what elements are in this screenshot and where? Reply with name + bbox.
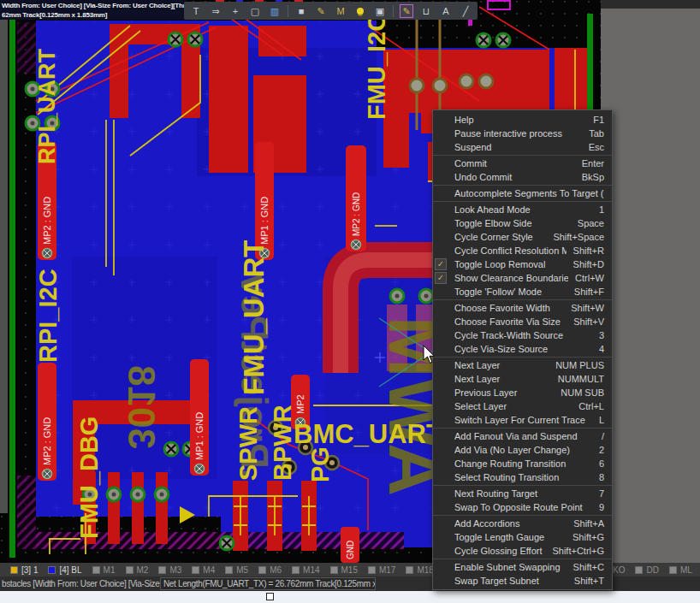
layer-color-swatch (368, 566, 376, 574)
svg-text:MP1 : GND: MP1 : GND (259, 197, 270, 245)
svg-text:MP2 : GND: MP2 : GND (42, 197, 52, 245)
menu-item-add-via-no-layer-change[interactable]: Add Via (No Layer Change)2 (433, 443, 612, 457)
layer-color-swatch (126, 566, 133, 574)
measure-icon[interactable]: M (334, 4, 347, 18)
layer-tab-m5[interactable]: M5 (225, 565, 248, 575)
menu-separator (433, 201, 612, 202)
menu-item-show-clearance-boundaries[interactable]: ✓Show Clearance BoundariesCtrl+W (433, 271, 612, 285)
menu-item-swap-target-subnet[interactable]: Swap Target SubnetShift+T (433, 574, 612, 588)
svg-text:GND: GND (346, 541, 355, 559)
page-checkbox[interactable] (266, 593, 274, 600)
menu-item-select-routing-transition[interactable]: Select Routing Transition8 (433, 470, 612, 484)
menu-item-cycle-conflict-resolution-mode[interactable]: Cycle Conflict Resolution ModeShift+R (433, 244, 612, 257)
menu-item-next-routing-target[interactable]: Next Routing Target7 (433, 487, 612, 500)
layer-tab-bottom[interactable]: [4] BL (48, 565, 81, 575)
menu-item-select-layer[interactable]: Select LayerCtrl+L (433, 399, 612, 413)
menu-item-look-ahead-mode[interactable]: Look Ahead Mode1 (433, 203, 612, 216)
route-arrow-icon[interactable]: ⇒ (209, 4, 222, 18)
menu-item-help[interactable]: HelpF1 (433, 113, 612, 127)
menu-separator (433, 155, 612, 156)
menu-item-pause-interactive-process[interactable]: Pause interactive processTab (433, 127, 612, 140)
layer-tab-m3[interactable]: M3 (158, 565, 181, 575)
menu-item-toggle-length-gauge[interactable]: Toggle Length GaugeShift+G (433, 530, 612, 544)
menu-item-switch-layer-for-current-trace[interactable]: Switch Layer For Current TraceL (433, 413, 612, 427)
menu-item-add-fanout-via-and-suspend[interactable]: Add Fanout Via and Suspend/ (433, 429, 612, 443)
menu-item-next-layer-plus[interactable]: Next LayerNUM PLUS (433, 358, 612, 372)
status-routing-modes: bstacles [Width From: User Choice] [Via-… (0, 579, 160, 588)
menu-item-cycle-corner-style[interactable]: Cycle Corner StyleShift+Space (433, 230, 612, 244)
layer-tab-m6[interactable]: M6 (258, 565, 282, 575)
status-net-length: Net Length(FMU_UART_TX) = 26.762mm Track… (160, 577, 376, 590)
menu-item-autocomplete-segments[interactable]: Autocomplete Segments To Target (Ctrl+Cl… (433, 186, 612, 200)
layer-color-swatch (635, 566, 643, 574)
menu-item-next-layer-mult[interactable]: Next LayerNUMMULT (433, 372, 612, 386)
layer-tab-m18[interactable]: M18 (406, 565, 433, 575)
dimension-icon[interactable]: ⊔ (419, 4, 433, 18)
pad-icon[interactable]: ■ (294, 4, 308, 18)
menu-item-choose-favorite-width[interactable]: Choose Favorite WidthShift+W (433, 301, 612, 315)
layer-color-swatch (292, 566, 300, 574)
menu-item-cycle-via-size-source[interactable]: Cycle Via-Size Source4 (433, 342, 612, 356)
layer-tab-m4[interactable]: M4 (192, 565, 215, 575)
draw-trace-icon[interactable]: ✎ (314, 4, 328, 18)
menu-item-previous-layer[interactable]: Previous LayerNUM SUB (433, 386, 612, 399)
line-icon[interactable]: ╱ (459, 4, 472, 18)
highlight-bulb-icon[interactable] (353, 4, 367, 18)
label-fmu-i2c: FMU_I2C (363, 14, 390, 120)
left-edge-strip (0, 19, 8, 513)
check-icon: ✓ (435, 258, 447, 270)
svg-text:MP2 : GND: MP2 : GND (42, 417, 52, 465)
menu-item-cycle-track-width-source[interactable]: Cycle Track-Width Source3 (433, 328, 612, 342)
menu-item-cycle-glossing-effort[interactable]: Cycle Glossing Effort (Routed)Shift+Ctrl… (433, 544, 612, 558)
svg-text:MP2: MP2 (295, 394, 306, 414)
menu-item-add-accordions[interactable]: Add AccordionsShift+A (433, 517, 612, 530)
page-bottom-strip (0, 591, 700, 603)
app-window: .ProjectPev 3018 AWM MP2 : GND MP1 : GND (0, 0, 700, 603)
layer-color-swatch (10, 566, 18, 574)
layer-tab-m17[interactable]: M17 (368, 565, 395, 575)
routing-context-menu: HelpF1 Pause interactive processTab Susp… (432, 109, 613, 590)
label-fmu-uart: FMU_UART (238, 240, 270, 395)
edit-active-icon[interactable]: ✎ (400, 4, 413, 18)
layer-tab-m15[interactable]: M15 (330, 565, 358, 575)
layer-tab-m2[interactable]: M2 (126, 565, 149, 575)
hud-line2: 62mm Track[0.125mm x 1.853mm] (2, 10, 187, 20)
layer-tab-ko[interactable]: KO (613, 565, 625, 575)
layers-icon[interactable]: ▣ (373, 4, 387, 18)
menu-item-choose-favorite-via-size[interactable]: Choose Favorite Via SizeShift+V (433, 315, 612, 328)
rectangle-icon[interactable]: ▢ (248, 4, 262, 18)
check-icon: ✓ (435, 272, 447, 284)
layer-tab-m1[interactable]: M1 (92, 565, 116, 575)
svg-text:3018: 3018 (121, 365, 163, 449)
add-icon[interactable]: + (228, 4, 242, 18)
menu-item-swap-to-opposite-route-point[interactable]: Swap To Opposite Route Point9 (433, 500, 612, 514)
toolbar-divider (393, 5, 394, 17)
layer-color-swatch (158, 566, 166, 574)
menu-item-enable-subnet-swapping[interactable]: Enable Subnet SwappingShift+C (433, 560, 612, 574)
layer-tab-dd[interactable]: DD (635, 565, 658, 575)
menu-separator (433, 185, 612, 186)
menu-item-undo-commit[interactable]: Undo CommitBkSp (433, 170, 612, 184)
layer-color-swatch (406, 566, 413, 574)
layer-tab-m14[interactable]: M14 (292, 565, 319, 575)
filter-icon[interactable]: T (189, 4, 203, 18)
histogram-icon[interactable]: ▥ (268, 4, 282, 18)
menu-item-toggle-loop-removal[interactable]: ✓Toggle Loop RemovalShift+D (433, 257, 612, 271)
layer-tab-top[interactable]: [3] 1 (10, 565, 38, 575)
layer-color-swatch (192, 566, 199, 574)
menu-separator (433, 485, 612, 486)
menu-item-suspend[interactable]: SuspendEsc (433, 140, 612, 154)
label-bmc-uart: BMC_UART (294, 419, 442, 449)
menu-item-change-routing-transition[interactable]: Change Routing Transition6 (433, 457, 612, 470)
menu-item-commit[interactable]: CommitEnter (433, 157, 612, 170)
menu-separator (433, 357, 612, 358)
right-panel (601, 0, 700, 563)
text-icon[interactable]: A (439, 4, 453, 18)
routing-hud: Width From: User Choice] [Via-Size From:… (0, 0, 187, 20)
layer-color-swatch (48, 566, 56, 574)
layer-color-swatch (92, 566, 100, 574)
menu-item-toggle-follow-mode[interactable]: Toggle 'Follow' ModeShift+F (433, 285, 612, 299)
menu-item-toggle-elbow-side[interactable]: Toggle Elbow SideSpace (433, 216, 612, 230)
layer-tab-ml[interactable]: ML (669, 565, 692, 575)
label-fmu-dbg: FMU_DBG (75, 417, 103, 539)
